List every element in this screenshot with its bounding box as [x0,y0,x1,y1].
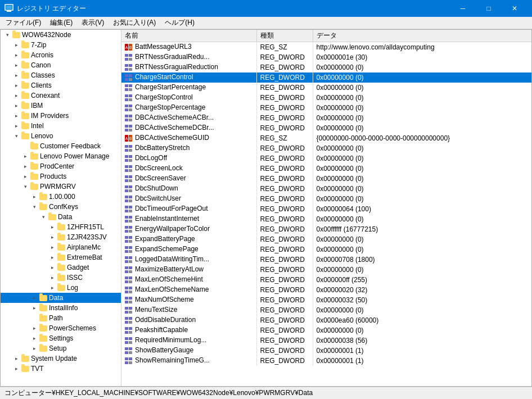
sidebar-item-acronis[interactable]: ▸Acronis [1,50,121,60]
reg-dword-icon [125,225,133,233]
sidebar-item-gadget[interactable]: ▸Gadget [1,262,121,273]
expand-icon: ▾ [30,204,39,210]
table-row[interactable]: DBCActiveSchemeDCBr...REG_DWORD0x0000000… [121,123,531,133]
table-row[interactable]: ExpandBatteryPageREG_DWORD0x00000000 (0) [121,234,531,244]
sidebar-item-issc[interactable]: ▸ISSC [1,273,121,283]
table-row[interactable]: ChargeStopPercentageREG_DWORD0x00000000 … [121,103,531,113]
sidebar-item-systemupdate[interactable]: ▸System Update [1,353,121,364]
reg-sz-icon: A B [125,43,133,51]
sidebar-item-extremebat[interactable]: ▸ExtremeBat [1,252,121,262]
sidebar-item-1zjr423sjv[interactable]: ▸1ZJR423SJV [1,232,121,242]
table-row[interactable]: MaxLenOfSchemeNameREG_DWORD0x00000020 (3… [121,285,531,295]
table-row[interactable]: A BDBCActiveSchemeGUIDREG_SZ{00000000-00… [121,133,531,143]
name-text: OddDisableDuration [135,316,196,324]
sidebar-item-conexant[interactable]: ▸Conexant [1,90,121,101]
registry-table[interactable]: 名前 種類 データ A BBattMessageURL3REG_SZhttp:/… [121,30,531,386]
sidebar-item-installinfo[interactable]: ▸InstallInfo [1,303,121,313]
col-header-name[interactable]: 名前 [121,30,256,42]
svg-text:B: B [129,46,132,49]
table-row[interactable]: MaxLenOfSchemeHintREG_DWORD0x000000ff (2… [121,275,531,285]
table-row[interactable]: DbcShutDownREG_DWORD0x00000000 (0) [121,184,531,194]
table-row[interactable]: PeakshiftCapableREG_DWORD0x00000000 (0) [121,325,531,335]
table-row[interactable]: OddDisableDurationREG_DWORD0x0000ea60 (6… [121,315,531,325]
sidebar-item-clients[interactable]: ▸Clients [1,80,121,90]
table-row[interactable]: ChargeStartPercentageREG_DWORD0x00000000… [121,83,531,93]
sidebar-item-1zhfr15tl[interactable]: ▸1ZHFR15TL [1,222,121,232]
menu-edit[interactable]: 編集(E) [46,17,77,29]
expand-icon: ▸ [12,52,21,58]
sidebar-item-setup[interactable]: ▸Setup [1,343,121,353]
reg-dword-icon [125,246,133,253]
table-row[interactable]: ShowBatteryGaugeREG_DWORD0x00000001 (1) [121,346,531,356]
table-row[interactable]: MaximizeBatteryAtLowREG_DWORD0x00000000 … [121,265,531,275]
table-row[interactable]: ExpandSchemePageREG_DWORD0x00000000 (0) [121,244,531,255]
col-header-data[interactable]: データ [313,30,531,42]
folder-icon [57,244,66,251]
table-row[interactable]: MenuTextSizeREG_DWORD0x00000000 (0) [121,305,531,315]
table-row[interactable]: DbcScreenSaverREG_DWORD0x00000000 (0) [121,174,531,184]
cell-name: ExpandSchemePage [121,244,256,255]
sidebar-item-customerfeedback[interactable]: Customer Feedback [1,141,121,151]
sidebar-item-path[interactable]: Path [1,313,121,323]
sidebar-item-1_00_000[interactable]: ▸1.00.000 [1,192,121,202]
cell-type: REG_DWORD [256,305,313,315]
table-row[interactable]: DbcBatteryStretchREG_DWORD0x00000000 (0) [121,143,531,153]
table-row[interactable]: A BBattMessageURL3REG_SZhttp://www.lenov… [121,42,531,52]
table-row[interactable]: EnableInstantInternetREG_DWORD0x00000000… [121,214,531,224]
sidebar-item-lenovopowermanage[interactable]: ▸Lenovo Power Manage [1,151,121,161]
sidebar-item-airplanemc[interactable]: ▸AirplaneMc [1,242,121,252]
table-row[interactable]: RequiredMinimumLog...REG_DWORD0x00000038… [121,335,531,346]
minimize-button[interactable]: ─ [450,0,476,17]
sidebar-item-settings[interactable]: ▸Settings [1,333,121,343]
table-row[interactable]: DbcLogOffREG_DWORD0x00000000 (0) [121,153,531,164]
table-row[interactable]: ChargeStartControlREG_DWORD0x00000000 (0… [121,72,531,83]
col-header-type[interactable]: 種類 [256,30,313,42]
sidebar-item-wow6432node[interactable]: ▾WOW6432Node [1,30,121,40]
maximize-button[interactable]: □ [476,0,502,17]
sidebar[interactable]: ▾WOW6432Node▸7-Zip▸Acronis▸Canon▸Classes… [1,30,121,386]
table-row[interactable]: DbcScreenLockREG_DWORD0x00000000 (0) [121,164,531,174]
table-row[interactable]: MaxNumOfSchemeREG_DWORD0x00000032 (50) [121,295,531,305]
svg-rect-31 [125,115,128,117]
sidebar-item-confkeys[interactable]: ▾ConfKeys [1,202,121,212]
svg-rect-87 [125,256,128,259]
table-row[interactable]: DbcTimeoutForPageOutREG_DWORD0x00000064 … [121,204,531,214]
sidebar-item-canon[interactable]: ▸Canon [1,60,121,70]
sidebar-item-classes[interactable]: ▸Classes [1,70,121,80]
expand-icon: ▸ [12,356,21,361]
folder-icon [39,315,48,321]
sidebar-item-lenovo[interactable]: ▾Lenovo [1,131,121,141]
sidebar-item-intel[interactable]: ▸Intel [1,121,121,131]
svg-rect-11 [125,64,128,67]
table-row[interactable]: BRTNessGragualReductionREG_DWORD0x000000… [121,62,531,72]
sidebar-item-tvt[interactable]: ▸TVT [1,364,121,374]
sidebar-item-log[interactable]: ▸Log [1,283,121,293]
menu-file[interactable]: ファイル(F) [1,17,46,29]
svg-rect-103 [125,297,128,300]
cell-data: 0x00000020 (32) [313,285,531,295]
expand-icon: ▸ [48,224,57,230]
sidebar-item-7zip[interactable]: ▸7-Zip [1,40,121,50]
sidebar-item-products[interactable]: ▸Products [1,171,121,182]
table-row[interactable]: EnergyWallpaperToColorREG_DWORD0x00fffff… [121,224,531,234]
sidebar-item-powerschemes[interactable]: ▸PowerSchemes [1,323,121,333]
cell-data: 0x00000000 (0) [313,325,531,335]
tree-item-label: Canon [30,61,51,69]
close-button[interactable]: ✕ [502,0,528,17]
table-row[interactable]: ChargeStopControlREG_DWORD0x00000000 (0) [121,93,531,103]
sidebar-item-data[interactable]: ▾Data [1,212,121,222]
sidebar-item-pwrmgrv[interactable]: ▾PWRMGRV [1,182,121,192]
sidebar-item-ibm[interactable]: ▸IBM [1,101,121,111]
menu-view[interactable]: 表示(V) [77,17,109,29]
sidebar-item-improviders[interactable]: ▸IM Providers [1,111,121,121]
cell-data: 0x00000001 (1) [313,356,531,366]
sidebar-item-data2[interactable]: ▸Data [1,293,121,303]
menu-help[interactable]: ヘルプ(H) [160,17,199,29]
menu-favorites[interactable]: お気に入り(A) [109,17,160,29]
table-row[interactable]: DbcSwitchUserREG_DWORD0x00000000 (0) [121,194,531,204]
table-row[interactable]: DBCActiveSchemeACBr...REG_DWORD0x0000000… [121,113,531,123]
table-row[interactable]: LoggedDataWritingTim...REG_DWORD0x000007… [121,255,531,265]
table-row[interactable]: BRTNessGradualRedu...REG_DWORD0x0000001e… [121,52,531,62]
table-row[interactable]: ShowRemainingTimeG...REG_DWORD0x00000001… [121,356,531,366]
sidebar-item-prodcenter[interactable]: ▸ProdCenter [1,161,121,171]
